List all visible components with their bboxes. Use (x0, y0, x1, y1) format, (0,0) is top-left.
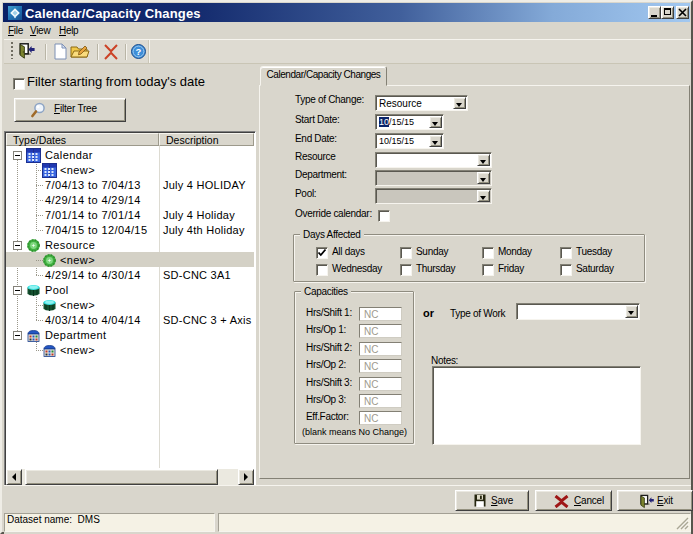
svg-text:?: ? (136, 46, 142, 57)
